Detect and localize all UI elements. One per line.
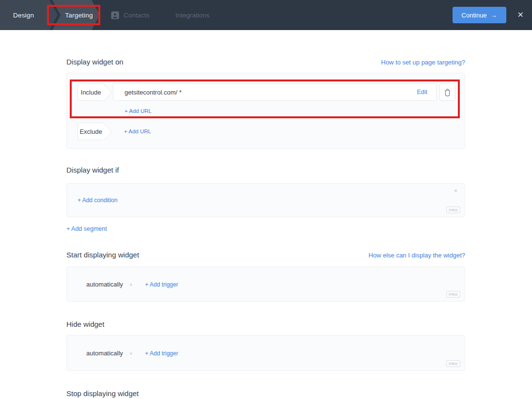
hide-widget-title: Hide widget [66,320,104,328]
close-icon[interactable]: ✕ [517,11,524,19]
navbar-actions: Continue → ✕ [453,0,524,30]
include-add-url-row: + Add URL [125,106,455,112]
tab-design-label: Design [13,12,34,19]
page-targeting-help-link[interactable]: How to set up page targeting? [381,59,465,66]
tab-contacts-label: Contacts [124,12,149,19]
pro-badge: PRO [446,360,460,367]
exclude-url-row: Exclude + Add URL [78,123,455,140]
hide-add-trigger-button[interactable]: + Add trigger [145,350,178,356]
exclude-add-url-button[interactable]: + Add URL [124,128,151,134]
display-widget-help-link[interactable]: How else can I display the widget? [369,252,465,259]
continue-button-label: Continue [462,12,487,19]
start-trigger-panel: automatically × + Add trigger PRO [66,267,465,302]
include-url-field[interactable]: getsitecontrol.com/ * Edit [113,83,437,101]
include-tag: Include [78,83,104,101]
hide-widget-header: Hide widget [66,320,465,329]
exclude-tag-label: Exclude [79,128,102,135]
add-condition-button[interactable]: + Add condition [78,197,117,204]
edit-url-button[interactable]: Edit [417,89,427,96]
start-displaying-title: Start displaying widget [66,251,139,259]
pro-badge: PRO [446,291,460,298]
tab-integrations[interactable]: Integrations [175,0,210,30]
hide-trigger-panel: automatically × + Add trigger PRO [66,335,465,371]
display-if-title: Display widget if [66,166,119,174]
trash-icon [444,88,451,96]
conditions-panel: + Add condition × PRO [66,183,465,217]
continue-button[interactable]: Continue → [453,7,506,23]
start-trigger-value: automatically [86,281,123,288]
hide-trigger-row: automatically × + Add trigger [86,350,178,357]
remove-start-trigger-icon[interactable]: × [129,281,132,287]
arrow-right-icon: → [491,12,497,19]
tab-integrations-label: Integrations [175,12,210,19]
start-trigger-row: automatically × + Add trigger [86,281,178,288]
delete-url-button[interactable] [439,83,455,101]
add-segment-button[interactable]: + Add segment [66,225,107,233]
tab-contacts[interactable]: Contacts [111,0,149,30]
top-navbar: Design Targeting Contacts Integrations C… [0,0,532,30]
exclude-tag: Exclude [78,123,104,140]
stop-displaying-header: Stop displaying widget [66,389,465,399]
start-add-trigger-button[interactable]: + Add trigger [145,281,178,287]
tab-targeting-label: Targeting [65,12,93,19]
remove-hide-trigger-icon[interactable]: × [129,350,132,356]
start-displaying-header: Start displaying widget How else can I d… [66,251,465,260]
url-targeting-panel: Include getsitecontrol.com/ * Edit + Add… [66,73,465,149]
display-on-title: Display widget on [66,58,124,66]
pro-badge: PRO [446,207,460,213]
include-url-value: getsitecontrol.com/ * [125,89,417,96]
display-if-header: Display widget if [66,166,465,175]
remove-conditions-icon[interactable]: × [454,188,457,194]
include-add-url-button[interactable]: + Add URL [125,108,152,114]
stop-displaying-title: Stop displaying widget [66,389,139,398]
display-on-header: Display widget on How to set up page tar… [66,58,465,67]
contact-card-icon [111,11,119,19]
targeting-settings-page: Display widget on How to set up page tar… [0,30,465,399]
tab-targeting[interactable]: Targeting [52,0,100,30]
include-url-row: Include getsitecontrol.com/ * Edit [78,83,455,101]
include-tag-label: Include [81,89,101,96]
hide-trigger-value: automatically [86,350,123,357]
tab-design[interactable]: Design [0,0,58,30]
